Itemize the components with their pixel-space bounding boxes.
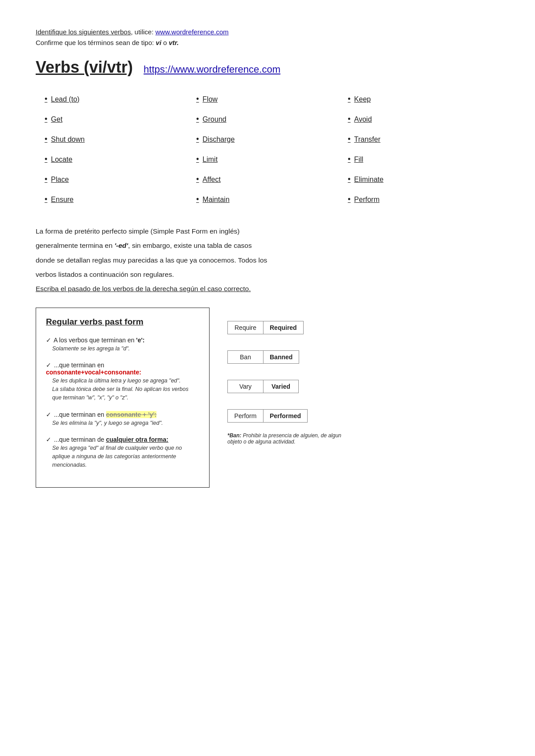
verb-item-lead: •Lead (to): [45, 89, 196, 109]
verb-label: Locate: [51, 156, 72, 164]
verb-item-maintain: •Maintain: [196, 189, 348, 210]
intro-vi: vi: [156, 39, 161, 46]
example-past-perform: Performed: [263, 409, 308, 423]
example-pair-perform: Perform Performed: [227, 409, 352, 423]
table-section: Regular verbs past form ✓ A los verbos q…: [36, 308, 499, 488]
example-base-ban: Ban: [227, 350, 263, 364]
verbs-grid: •Lead (to) •Flow •Keep •Get •Ground •Avo…: [45, 89, 499, 210]
verb-label: Keep: [354, 95, 370, 103]
checkmark-icon: ✓: [46, 411, 51, 418]
verb-label: Ground: [202, 115, 226, 123]
rule-check-4: ✓ ...que terminan de cualquier otra form…: [46, 436, 199, 443]
example-past-require: Required: [263, 321, 304, 334]
example-past-vary: Varied: [263, 380, 299, 393]
rule-title-bold-1: 'e':: [136, 337, 144, 344]
rule-title-red-2: consonante+vocal+consonante:: [46, 369, 141, 376]
rule-check-3: ✓ ...que terminan en consonante + 'y':: [46, 411, 199, 418]
bullet: •: [45, 195, 47, 204]
bullet: •: [348, 115, 350, 124]
bullet: •: [348, 175, 350, 184]
title-link[interactable]: https://www.wordreference.com: [144, 64, 280, 75]
verb-label: Discharge: [202, 136, 235, 144]
verb-item-fill: •Fill: [348, 149, 499, 169]
title-row: Verbs (vi/vtr) https://www.wordreference…: [36, 58, 499, 77]
checkmark-icon: ✓: [46, 337, 51, 344]
example-past-ban: Banned: [263, 350, 299, 364]
verb-label: Fill: [354, 156, 363, 164]
example-pair-require: Require Required: [227, 321, 352, 334]
example-perform-group: Perform Performed *Ban: Prohibir la pres…: [227, 409, 352, 445]
examples-column: Require Required Ban Banned Vary Varied …: [227, 308, 352, 445]
rule-item-3: ✓ ...que terminan en consonante + 'y': S…: [46, 411, 199, 427]
footnote: *Ban: Prohibir la presencia de alguien, …: [227, 432, 352, 445]
paragraph-section: La forma de pretérito perfecto simple (S…: [36, 226, 499, 295]
verb-item-flow: •Flow: [196, 89, 348, 109]
rule-title-normal-4: ...que terminan de: [54, 436, 106, 443]
para-bold-ed: '-ed': [115, 242, 128, 249]
para-line4: verbos listados a continuación son regul…: [36, 269, 499, 280]
intro-link[interactable]: www.wordreference.com: [156, 28, 229, 36]
verb-label: Maintain: [202, 196, 229, 204]
verb-item-get: •Get: [45, 109, 196, 129]
bullet: •: [196, 175, 199, 184]
bullet: •: [196, 155, 199, 164]
rule-item-2: ✓ ...que terminan en consonante+vocal+co…: [46, 362, 199, 402]
bullet: •: [348, 135, 350, 144]
para-line3: donde se detallan reglas muy parecidas a…: [36, 255, 499, 266]
example-base-vary: Vary: [227, 380, 263, 393]
rules-box: Regular verbs past form ✓ A los verbos q…: [36, 308, 210, 488]
rule-desc-4: Se les agrega "ed" al final de cualquier…: [46, 444, 199, 469]
verb-label: Shut down: [51, 136, 85, 144]
bullet: •: [45, 175, 47, 184]
bullet: •: [348, 94, 350, 104]
verb-item-avoid: •Avoid: [348, 109, 499, 129]
verb-item-discharge: •Discharge: [196, 129, 348, 149]
bullet: •: [348, 195, 350, 204]
bullet: •: [45, 135, 47, 144]
verb-item-ensure: •Ensure: [45, 189, 196, 210]
intro-underline-text: Identifique los siguientes verbos: [36, 28, 131, 36]
rule-title-normal-2: ...que terminan en: [54, 362, 104, 369]
rule-title-underline-4: cualquier otra forma:: [106, 436, 169, 443]
para-underline: Escriba el pasado de los verbos de la de…: [36, 283, 499, 295]
bullet: •: [348, 155, 350, 164]
verb-label: Lead (to): [51, 95, 79, 103]
verb-item-keep: •Keep: [348, 89, 499, 109]
rule-item-1: ✓ A los verbos que terminan en 'e': Sola…: [46, 337, 199, 353]
rule-title-normal-3: ...que terminan en: [54, 411, 106, 418]
example-pair-ban: Ban Banned: [227, 350, 352, 364]
verb-label: Place: [51, 176, 69, 184]
example-base-require: Require: [227, 321, 263, 334]
para-line2: generalmente termina en '-ed', sin embar…: [36, 240, 499, 251]
checkmark-icon: ✓: [46, 362, 51, 369]
verb-item-shutdown: •Shut down: [45, 129, 196, 149]
checkmark-icon: ✓: [46, 436, 51, 443]
verb-item-affect: •Affect: [196, 169, 348, 189]
verb-item-transfer: •Transfer: [348, 129, 499, 149]
verb-label: Eliminate: [354, 176, 383, 184]
verb-label: Avoid: [354, 115, 372, 123]
footnote-label: *Ban:: [227, 432, 241, 439]
verb-label: Get: [51, 115, 62, 123]
footnote-text: Prohibir la presencia de alguien, de alg…: [227, 432, 342, 445]
para-text2: generalmente termina en: [36, 242, 115, 249]
verb-item-perform: •Perform: [348, 189, 499, 210]
rule-desc-1: Solamente se les agrega la "d".: [46, 345, 199, 353]
page-title: Verbs (vi/vtr): [36, 58, 133, 77]
verb-label: Ensure: [51, 196, 74, 204]
intro-vtr: vtr.: [169, 39, 179, 46]
verb-label: Affect: [202, 176, 221, 184]
bullet: •: [196, 135, 199, 144]
verb-item-ground: •Ground: [196, 109, 348, 129]
verb-label: Limit: [202, 156, 218, 164]
verb-label: Transfer: [354, 136, 380, 144]
bullet: •: [196, 94, 199, 104]
example-base-perform: Perform: [227, 409, 263, 423]
rule-check-1: ✓ A los verbos que terminan en 'e':: [46, 337, 199, 344]
verb-item-eliminate: •Eliminate: [348, 169, 499, 189]
example-pair-vary: Vary Varied: [227, 380, 352, 393]
bullet: •: [45, 115, 47, 124]
intro-utilice: , utilice:: [131, 28, 155, 36]
bullet: •: [196, 115, 199, 124]
rule-title-strikethrough-3: consonante + 'y':: [106, 411, 157, 418]
